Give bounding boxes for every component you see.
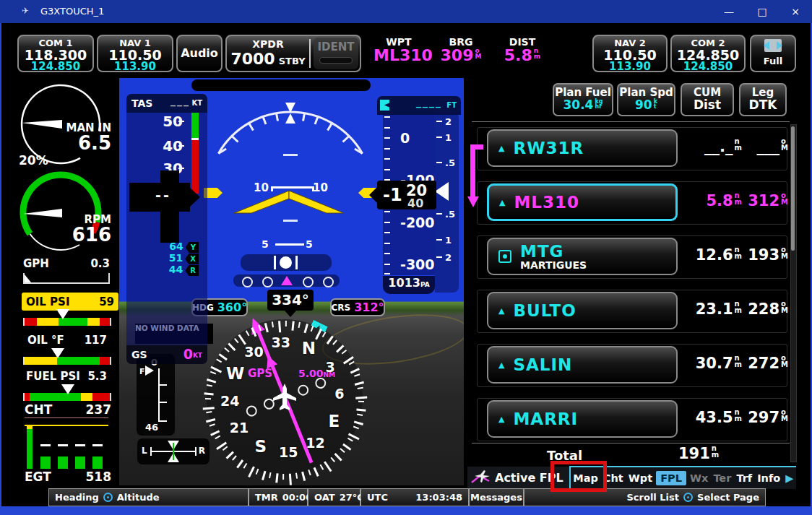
alt-tick-200: -200: [400, 215, 435, 230]
waypoint-button-salin[interactable]: ▲SALIN: [487, 346, 678, 384]
hsi-compass-rose: N36E1215S2124W3033: [198, 311, 371, 484]
messages-button[interactable]: Messages: [469, 488, 524, 506]
leg-dtk: 193oM: [742, 246, 788, 264]
fpl-row-marri[interactable]: ▲MARRI43.5nm297oM: [477, 398, 787, 441]
wpt-value: ML310: [373, 48, 424, 64]
groundspeed-readout: GS 0 KT: [126, 345, 207, 364]
vsi-tick-plus2: 2: [445, 116, 452, 127]
timer-field[interactable]: TMR 00:00: [249, 488, 308, 506]
wpt-readout: WPT ML310: [373, 36, 424, 64]
plan-spd-button[interactable]: Plan Spd 90kt: [617, 83, 675, 116]
altitude-unit: FT: [446, 101, 457, 109]
com2-button[interactable]: COM 2 124.850 124.850: [670, 35, 746, 72]
com1-button[interactable]: COM 1 118.300 124.850: [17, 35, 94, 72]
leg-dtk-button[interactable]: Leg DTK: [739, 83, 787, 116]
leg-distance: 30.7nm: [684, 355, 742, 372]
flap-position-gauge: 0 F 46: [137, 354, 175, 436]
plan-fuel-button[interactable]: Plan Fuel 30.4kghr: [553, 83, 613, 116]
tab-fpl[interactable]: FPL: [656, 471, 686, 485]
maximize-button[interactable]: □: [746, 0, 779, 23]
knob2-right-label: Select Page: [697, 492, 759, 503]
dist-value: 5.8: [504, 46, 532, 64]
rose-tick: [275, 473, 278, 482]
tab-ter[interactable]: Ter: [712, 472, 733, 485]
hsi-range-readout: 5.00NM: [298, 368, 335, 379]
rose-label-E: E: [328, 412, 340, 430]
rose-tick: [358, 401, 364, 402]
waypoint-triangle-icon: ▲: [498, 144, 504, 153]
waypoint-button-marri[interactable]: ▲MARRI: [487, 400, 678, 438]
knob-function-left[interactable]: Heading Altitude: [48, 488, 249, 506]
page-tab-bar: Active FPL MapChtWptFPLWxTerTrfInfo▶: [467, 467, 796, 488]
gs-unit: KT: [193, 352, 202, 359]
nav2-button[interactable]: NAV 2 110.50 113.90: [592, 35, 668, 72]
titlebar: ✈ G3XTOUCH_1 — □ ×: [0, 0, 812, 23]
fpl-scrollbar[interactable]: [790, 124, 797, 462]
gs-value: 0: [183, 346, 193, 362]
egt-label: EGT: [25, 469, 51, 484]
tab-trf[interactable]: Trf: [735, 472, 753, 485]
fpl-row-rw31r[interactable]: ▲RW31R__._nm___oM: [477, 127, 787, 170]
full-split-button[interactable]: Full: [750, 35, 796, 72]
leg-distance: 43.5nm: [684, 409, 742, 426]
tab-wx[interactable]: Wx: [688, 472, 709, 485]
ident-button[interactable]: IDENT: [314, 38, 358, 69]
cum-dist-button[interactable]: CUM Dist: [681, 83, 734, 116]
fuel-flow-label: GPH: [23, 257, 49, 270]
fpl-total-divider: [472, 443, 790, 443]
fuel-pressure-value: 5.3: [87, 370, 107, 383]
alt-tick-300: -300: [400, 256, 435, 272]
pitch-5-line: [275, 243, 304, 246]
waypoint-button-ml310[interactable]: ▲ML310: [487, 183, 678, 221]
nav2-standby-freq: 113.90: [594, 61, 666, 72]
leg-distance: 23.1nm: [684, 300, 742, 318]
tab-more-arrow-icon[interactable]: ▶: [784, 472, 795, 485]
fpl-row-ml310[interactable]: ▲ML3105.8nm312oM: [477, 181, 787, 225]
close-button[interactable]: ×: [779, 0, 812, 23]
dist-readout: DIST 5.8nm: [500, 36, 545, 64]
vspeed-x: 51X: [169, 252, 199, 263]
rose-tick: [278, 321, 281, 332]
cum-dist-label: Dist: [682, 99, 733, 111]
xpdr-button[interactable]: XPDR 7000 STBY IDENT: [225, 35, 361, 72]
audio-button[interactable]: Audio: [176, 35, 223, 72]
oil-pressure-pointer: [56, 309, 69, 319]
fpl-row-salin[interactable]: ▲SALIN30.7nm272oM: [477, 344, 787, 387]
baro-setting[interactable]: 1013PA: [383, 276, 435, 294]
waypoint-button-mtg[interactable]: MTGMARTIGUES: [487, 238, 678, 275]
waypoint-button-rw31r[interactable]: ▲RW31R: [487, 129, 678, 167]
oil-pressure-value: 59: [99, 295, 114, 308]
rose-tick: [288, 474, 291, 485]
flap-pointer: [145, 365, 154, 376]
oil-pressure-alert: OIL PSI 59: [22, 293, 118, 311]
fpl-header-divider: [472, 121, 790, 122]
rpm-value: 616: [72, 226, 111, 243]
waypoint-name: MARRI: [513, 410, 578, 428]
pitch-minor-line2: [283, 220, 298, 222]
oil-pressure-label: OIL PSI: [26, 295, 70, 308]
flight-plan-panel: Plan Fuel 30.4kghr Plan Spd 90kt CUM Dis…: [467, 78, 796, 511]
com1-standby-freq: 124.850: [19, 61, 92, 72]
tab-wpt[interactable]: Wpt: [627, 472, 654, 485]
leg-dtk: 312oM: [742, 192, 788, 209]
oil-temp-bar: [23, 357, 111, 365]
pfd: 10 10 5 5: [119, 78, 464, 485]
fuel-flow-bar: [23, 273, 110, 284]
nav1-button[interactable]: NAV 1 110.50 113.90: [97, 35, 173, 72]
rose-tick: [205, 398, 211, 399]
trim-left-label: L: [142, 446, 147, 456]
waypoint-button-bulto[interactable]: ▲BULTO: [487, 292, 678, 329]
airspeed-tape-header: TAS ___ KT: [126, 94, 207, 113]
brg-value: 309: [441, 46, 474, 64]
nav1-standby-freq: 113.90: [98, 61, 172, 72]
tab-info[interactable]: Info: [756, 472, 782, 485]
knob-icon: [103, 493, 113, 502]
fpl-scrollbar-thumb[interactable]: [791, 126, 795, 251]
rose-label-6: 6: [334, 386, 344, 402]
roll-scale: [191, 100, 389, 186]
minimize-button[interactable]: —: [712, 0, 746, 23]
fpl-row-mtg[interactable]: MTGMARTIGUES12.6nm193oM: [477, 235, 787, 279]
fpl-total-value: 191nm: [678, 445, 719, 462]
altitude-readout-drum-next: 40: [407, 196, 423, 210]
fpl-row-bulto[interactable]: ▲BULTO23.1nm228oM: [477, 290, 787, 333]
